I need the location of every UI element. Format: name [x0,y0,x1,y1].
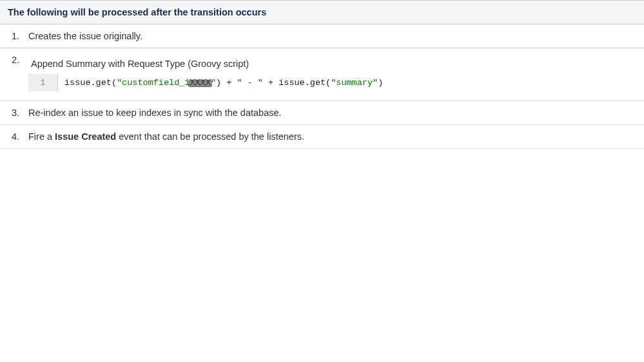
code-string: "summary" [331,78,378,88]
step-4-post: event that can be processed by the liste… [116,131,304,142]
code-block: 1 issue.get("customfield_1XXXX") + " - "… [28,74,644,91]
step-4-event: Issue Created [55,131,116,142]
code-token: + issue.get( [263,78,331,88]
code-content: issue.get("customfield_1XXXX") + " - " +… [58,74,389,91]
section-header: The following will be processed after th… [0,0,644,24]
code-token: issue.get( [64,78,117,88]
step-3-text: Re-index an issue to keep indexes in syn… [28,108,282,118]
code-string: "customfield_1 [117,78,190,88]
code-token: ) + [216,78,237,88]
code-string: " - " [237,78,263,88]
step-1-text: Creates the issue originally. [28,31,142,41]
redacted-id: XXXX [190,78,210,88]
code-line-1: 1 issue.get("customfield_1XXXX") + " - "… [28,74,644,91]
step-2-desc: Append Summary with Request Type (Groovy… [31,59,644,69]
code-token: ) [378,78,383,88]
step-4-pre: Fire a [28,131,55,142]
step-2: Append Summary with Request Type (Groovy… [0,48,644,101]
post-function-list: Creates the issue originally. Append Sum… [0,24,644,149]
line-number: 1 [28,74,58,91]
step-3: Re-index an issue to keep indexes in syn… [0,101,644,125]
step-1: Creates the issue originally. [0,24,644,48]
step-4: Fire a Issue Created event that can be p… [0,125,644,149]
